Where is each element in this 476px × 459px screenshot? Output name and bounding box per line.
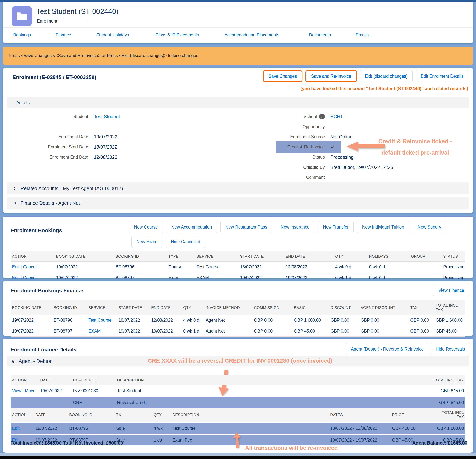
tab-documents[interactable]: Documents — [309, 33, 331, 38]
enrolment-title: Enrolment (E-02845 / ET-0003259) — [12, 74, 96, 80]
tab-bookings[interactable]: Bookings — [13, 33, 31, 38]
enrolment-finance-details-card: Enrolment Finance Details Agent (Debtor)… — [3, 339, 473, 453]
credit-reinvoice-checkbox[interactable]: ✓ — [330, 144, 335, 150]
account-locked-note: (you have locked this account "Test Stud… — [300, 86, 468, 91]
service-link[interactable]: EXAM — [88, 329, 101, 333]
tab-bar: Bookings Finance Student Holidays Class … — [3, 27, 473, 43]
status-label: Status — [244, 155, 325, 160]
new-sundry-button[interactable]: New Sundry — [413, 221, 446, 233]
view-finance-button[interactable]: View Finance — [433, 284, 469, 296]
enrolment-folder-icon — [12, 6, 32, 26]
record-type-label: Enrolment — [37, 18, 57, 24]
tab-accommodation-placements[interactable]: Accommodation Placements — [224, 33, 279, 38]
tab-emails[interactable]: Emails — [356, 33, 369, 38]
unsaved-changes-banner: Press <Save Changes>/<Save and Re-Invoic… — [3, 47, 473, 65]
student-label: Student — [11, 114, 88, 119]
enrolment-start-date-value: 18/07/2022 — [94, 144, 238, 150]
table-header-row: ACTION DATE REFERENCE DESCRIPTION TOTAL … — [10, 375, 466, 385]
table-row: Edit | Cancel 19/07/2022 BT-08796 Course… — [10, 262, 466, 272]
status-value: Processing — [330, 154, 465, 160]
new-accommodation-button[interactable]: New Accommodation — [166, 221, 217, 233]
cancel-link[interactable]: Cancel — [23, 264, 36, 269]
school-link[interactable]: SCH1 — [330, 114, 343, 119]
info-icon[interactable]: i — [319, 114, 325, 119]
enrolment-start-date-label: Enrolment Start Date — [11, 144, 88, 150]
field-row: Opportunity — [11, 122, 465, 132]
page: Test Student (ST-002440) Enrolment Booki… — [0, 0, 476, 459]
tab-student-holidays[interactable]: Student Holidays — [96, 33, 129, 38]
reversal-credit-annotation: CRE-XXXX will be a reversal CREDIT for I… — [148, 357, 332, 364]
enrolment-source-label: Enrolment Source — [244, 134, 325, 139]
edit-link[interactable]: Edit — [12, 264, 19, 269]
table-header-row: ACTION DATE BOOKING ID TX QTY DESCRIPTIO… — [10, 408, 466, 422]
bottom-strip — [0, 453, 476, 456]
enrolment-end-date-label: Enrolment End Date — [11, 155, 88, 160]
save-and-reinvoice-button[interactable]: Save and Re-Invoice — [305, 70, 357, 82]
created-by-value: Brett Talbot, 19/07/2022 14:25 — [330, 165, 465, 170]
edit-enrolment-details-button[interactable]: Edit Enrolment Details — [416, 70, 468, 82]
student-link[interactable]: Test Student — [94, 114, 120, 119]
enrolment-actions: Save Changes Save and Re-Invoice Exit (d… — [263, 70, 469, 82]
finance-details-section[interactable]: > Finance Details - Agent Net — [7, 197, 469, 209]
page-top-strip — [0, 0, 476, 1]
invoice-row: View | Move 19/07/2022 INV-0001280 Test … — [10, 385, 466, 396]
field-row: Student Test Student School i SCH1 — [11, 111, 465, 122]
tab-finance[interactable]: Finance — [56, 33, 71, 38]
related-accounts-label: Related Accounts - My Test Agent (AG-000… — [20, 186, 123, 191]
agent-debtor-reverse-reinvoice-button[interactable]: Agent (Debtor) - Reverse & ReInvoice — [346, 343, 429, 355]
new-exam-button[interactable]: New Exam — [131, 236, 162, 248]
bookings-finance-title: Enrolment Bookings Finance — [10, 288, 83, 294]
credit-reinvoice-label: Credit & Re-Invoice — [244, 144, 325, 150]
details-section-header: Details — [7, 97, 469, 108]
comment-label: Comment — [244, 175, 325, 180]
field-row: Comment — [11, 172, 465, 182]
finance-details-title: Enrolment Finance Details — [10, 347, 76, 353]
exit-discard-button[interactable]: Exit (discard changes) — [360, 70, 413, 82]
enrolment-source-value: Not Online — [330, 134, 465, 140]
enrolment-bookings-card: Enrolment Bookings New Course New Accomm… — [3, 217, 473, 278]
hide-reversals-button[interactable]: Hide Reversals — [431, 343, 470, 355]
enrolment-date-value: 19/07/2022 — [94, 134, 238, 140]
tab-class-it-placements[interactable]: Class & IT Placements — [155, 33, 199, 38]
cancel-link[interactable]: Cancel — [23, 275, 36, 280]
related-accounts-section[interactable]: > Related Accounts - My Test Agent (AG-0… — [7, 182, 469, 195]
table-row: 19/07/2022 BT-08797 EXAM 19/07/2022 19/0… — [10, 326, 466, 337]
invoice-table: ACTION DATE REFERENCE DESCRIPTION TOTAL … — [10, 375, 466, 408]
bookings-buttons-row1: New Course New Accommodation New Restaur… — [129, 221, 446, 233]
chevron-down-icon: ∨ — [11, 358, 15, 365]
finance-details-label: Finance Details - Agent Net — [20, 200, 80, 206]
reinvoice-annotation: All transactions will be re-invoiced — [245, 445, 338, 451]
enrolment-card: Enrolment (E-02845 / ET-0003259) Save Ch… — [3, 68, 473, 213]
details-field-grid: Student Test Student School i SCH1 Oppor… — [11, 111, 465, 182]
view-link[interactable]: View — [12, 388, 21, 393]
agent-debtor-label: Agent - Debtor — [19, 358, 52, 364]
annotation-arrow-up-icon — [232, 432, 242, 448]
chevron-right-icon: > — [14, 185, 16, 192]
field-row-credit-reinvoice: Enrolment Start Date 18/07/2022 Credit &… — [11, 142, 465, 152]
bookings-buttons-row2: New Exam Hide Cancelled — [131, 236, 205, 248]
enrolment-date-label: Enrolment Date — [11, 134, 88, 139]
field-row: Created By Brett Talbot, 19/07/2022 14:2… — [11, 162, 465, 172]
page-title: Test Student (ST-002440) — [36, 8, 119, 16]
new-individual-tuition-button[interactable]: New Individual Tuition — [357, 221, 409, 233]
save-changes-button[interactable]: Save Changes — [263, 70, 303, 82]
table-header-row: BOOKING DATEBOOKING ID SERVICESTART DATE… — [10, 300, 466, 315]
hide-cancelled-button[interactable]: Hide Cancelled — [166, 236, 205, 248]
chevron-right-icon: > — [14, 199, 16, 206]
new-transfer-button[interactable]: New Transfer — [318, 221, 354, 233]
bottom-black-bar — [0, 456, 476, 459]
move-link[interactable]: Move — [25, 388, 35, 393]
edit-link[interactable]: Edit — [12, 275, 19, 280]
enrolment-bookings-finance-card: Enrolment Bookings Finance View Finance … — [3, 281, 473, 336]
reversal-credit-row: CRE Reversal Credit GBP -845.00 — [10, 396, 466, 408]
agent-balance: Agent Balance: £1645.00 — [412, 440, 467, 446]
new-insurance-button[interactable]: New Insurance — [276, 221, 314, 233]
total-invoiced-summary: Total Invoiced: £845.00 Total Not Invoic… — [10, 440, 123, 446]
edit-link[interactable]: Edit — [12, 426, 19, 431]
enrolment-end-date-value: 12/08/2022 — [94, 154, 238, 160]
service-link[interactable]: Test Course — [88, 318, 111, 323]
enrolment-bookings-title: Enrolment Bookings — [10, 228, 62, 233]
new-course-button[interactable]: New Course — [129, 221, 163, 233]
new-restaurant-pass-button[interactable]: New Restaurant Pass — [220, 221, 272, 233]
opportunity-label: Opportunity — [244, 124, 325, 129]
